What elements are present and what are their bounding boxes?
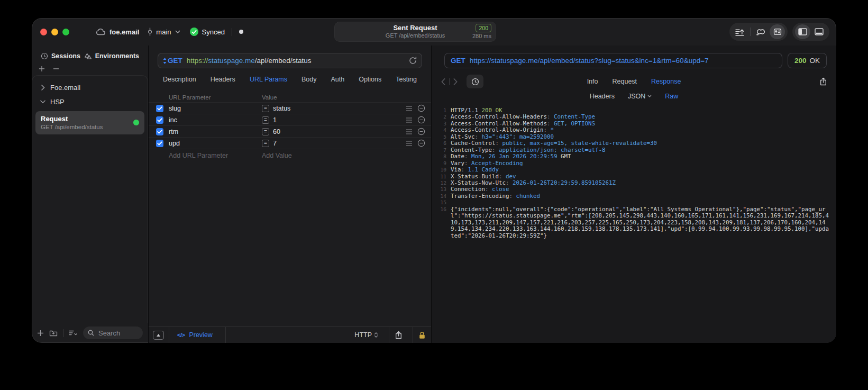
remove-param-icon[interactable] [417, 116, 425, 124]
sync-label: Synced [202, 28, 225, 36]
project-menu[interactable]: foe.email [96, 28, 139, 36]
add-param-placeholder[interactable]: Add URL Parameter [169, 152, 261, 159]
add-session-icon[interactable] [39, 66, 45, 72]
param-value-cell[interactable]: = 1 [261, 116, 403, 124]
chevron-right-icon [40, 85, 45, 90]
app-window: foe.email main Synced Sent Request GET /… [32, 18, 836, 343]
toggle-bottom-panel-icon[interactable] [811, 24, 827, 39]
equals-icon[interactable]: = [262, 128, 269, 135]
collapse-panel-icon[interactable] [153, 331, 164, 340]
line-text: Transfer-Encoding: chunked [451, 193, 832, 199]
param-checkbox[interactable] [156, 116, 163, 124]
send-reload-icon[interactable] [409, 57, 417, 65]
param-value[interactable]: 1 [273, 116, 277, 124]
param-name[interactable]: rtm [169, 128, 261, 135]
param-value[interactable]: status [273, 105, 290, 112]
toolbar-group-divider [750, 28, 751, 36]
search-input[interactable] [97, 329, 138, 338]
tab-response[interactable]: Response [651, 78, 681, 85]
protocol-selector[interactable]: HTTP [349, 331, 384, 339]
lock-icon[interactable] [413, 331, 431, 339]
sync-status[interactable]: Synced [190, 28, 225, 36]
add-value-placeholder[interactable]: Add Value [261, 152, 403, 159]
toggle-sidebar-icon[interactable] [795, 24, 810, 39]
sent-url-field[interactable]: GET https://statuspage.me/api/embed/stat… [444, 53, 782, 68]
subtab-raw[interactable]: Raw [665, 93, 678, 100]
sent-request-capsule[interactable]: Sent Request GET /api/embed/status 200 2… [334, 22, 496, 42]
tab-testing[interactable]: Testing [396, 76, 417, 85]
param-name[interactable]: inc [169, 116, 261, 124]
method-label: GET [168, 57, 182, 65]
tab-request[interactable]: Request [613, 78, 637, 85]
equals-icon[interactable]: = [262, 116, 269, 124]
import-lines-icon[interactable] [732, 24, 747, 39]
tab-options[interactable]: Options [359, 76, 381, 85]
zoom-button[interactable] [62, 29, 69, 35]
titlebar-divider [232, 28, 232, 36]
sync-loop-icon[interactable] [753, 24, 769, 39]
param-value[interactable]: 60 [273, 128, 280, 135]
request-list-item[interactable]: Request GET /api/embed/status [35, 111, 144, 134]
tab-environments[interactable]: Environments [84, 52, 139, 60]
remove-param-icon[interactable] [417, 104, 425, 112]
tab-sessions[interactable]: Sessions [41, 52, 80, 60]
branch-name: main [156, 28, 171, 36]
remove-param-icon[interactable] [417, 139, 425, 147]
subtab-headers[interactable]: Headers [590, 93, 615, 100]
param-checkbox[interactable] [156, 105, 163, 112]
line-number: 6 [433, 140, 451, 147]
subtab-json[interactable]: JSON [628, 93, 652, 100]
new-request-icon[interactable] [37, 330, 44, 337]
request-url-bar[interactable]: GET https://statuspage.me/api/embed/stat… [158, 53, 422, 68]
param-checkbox[interactable] [156, 140, 163, 147]
remove-session-icon[interactable] [53, 66, 59, 72]
tree-item-hsp[interactable]: HSP [32, 94, 148, 108]
footer-divider [225, 327, 226, 343]
share-icon[interactable] [389, 331, 408, 339]
param-value[interactable]: 7 [273, 140, 277, 147]
param-value-cell[interactable]: = 60 [261, 128, 403, 135]
equals-icon[interactable]: = [262, 140, 269, 147]
request-footer: </> Preview HTTP [149, 326, 431, 343]
response-code-line: 14Transfer-Encoding: chunked [433, 193, 832, 199]
reorder-icon[interactable] [406, 106, 413, 111]
param-checkbox[interactable] [156, 128, 163, 135]
sessions-tree: Foe.email HSP Request GET /api/embed/sta… [32, 75, 148, 323]
param-value-cell[interactable]: = 7 [261, 140, 403, 147]
tree-item-foe-email[interactable]: Foe.email [32, 79, 148, 94]
method-selector[interactable]: GET [163, 57, 182, 65]
protocol-label: HTTP [354, 331, 372, 339]
preview-button[interactable]: </> Preview [169, 331, 221, 339]
title-bar: foe.email main Synced Sent Request GET /… [32, 18, 836, 46]
param-name[interactable]: slug [169, 105, 261, 112]
tab-info[interactable]: Info [587, 78, 598, 85]
tab-headers[interactable]: Headers [211, 76, 235, 85]
remove-param-icon[interactable] [417, 128, 425, 135]
request-url[interactable]: https://statuspage.me/api/embed/status [187, 57, 312, 65]
search-field[interactable] [83, 326, 143, 339]
param-value-cell[interactable]: = status [261, 105, 403, 112]
chevron-down-icon [40, 100, 45, 104]
param-name[interactable]: upd [169, 140, 261, 147]
tab-body[interactable]: Body [301, 76, 317, 85]
tab-url-params[interactable]: URL Params [250, 76, 287, 85]
sort-options-icon[interactable] [69, 330, 78, 336]
reorder-icon[interactable] [406, 141, 413, 146]
params-rows: slug = status inc = 1 [149, 103, 431, 149]
export-response-icon[interactable] [820, 77, 827, 86]
request-response-swap-icon[interactable] [770, 24, 785, 39]
close-button[interactable] [40, 29, 47, 35]
branch-menu[interactable]: main [148, 28, 180, 36]
new-folder-icon[interactable] [49, 330, 58, 337]
minimize-button[interactable] [51, 29, 58, 35]
add-param-row: Add URL Parameter Add Value [149, 149, 431, 162]
window-controls [40, 29, 69, 35]
reorder-icon[interactable] [406, 129, 413, 134]
param-row-actions [403, 104, 431, 112]
url-params-table: URL Parameter Value slug = status [149, 92, 431, 162]
tab-auth[interactable]: Auth [331, 76, 344, 85]
tab-description[interactable]: Description [163, 76, 196, 85]
status-dot [239, 30, 243, 34]
reorder-icon[interactable] [406, 117, 413, 123]
equals-icon[interactable]: = [262, 105, 269, 112]
